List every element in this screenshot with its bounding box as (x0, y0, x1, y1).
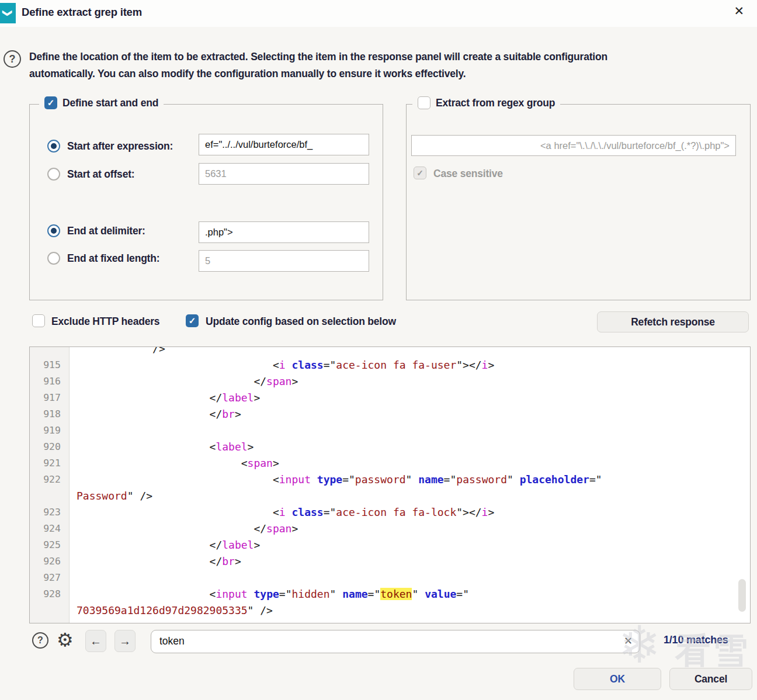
arrow-left-icon: ← (90, 635, 102, 648)
case-sensitive-checkbox[interactable]: ✓ (414, 167, 426, 179)
end-at-fixed-length-input[interactable] (199, 250, 369, 272)
code-line[interactable]: 925 </label> (30, 537, 750, 553)
window-title: Define extract grep item (22, 6, 142, 19)
update-config-label: Update config based on selection below (206, 316, 396, 328)
clear-search-icon[interactable]: ✕ (624, 635, 633, 647)
end-at-delimiter-radio[interactable] (47, 224, 60, 237)
ok-button-label: OK (610, 673, 625, 685)
code-line[interactable]: 924 </span> (30, 521, 750, 537)
title-bar: ❯ Define extract grep item ✕ (0, 0, 757, 27)
find-next-button[interactable]: → (114, 630, 136, 652)
code-line[interactable]: 928 <input type="hidden" name="token" va… (30, 586, 750, 602)
line-number: 927 (30, 570, 68, 586)
find-previous-button[interactable]: ← (85, 630, 106, 652)
line-number: 925 (30, 537, 68, 553)
line-number: 918 (30, 406, 68, 422)
extract-regex-label: Extract from regex group (436, 97, 555, 109)
response-code-panel[interactable]: />915 <i class="ace-icon fa fa-user"></i… (29, 346, 751, 623)
help-icon[interactable]: ? (4, 50, 21, 68)
line-number: 915 (30, 357, 68, 373)
code-line-text (68, 422, 77, 439)
code-line-text: Password" /> (68, 488, 152, 504)
line-number: 920 (30, 439, 68, 455)
code-line-text: /> (68, 346, 165, 357)
code-lines: />915 <i class="ace-icon fa fa-user"></i… (30, 346, 750, 619)
define-start-end-checkbox[interactable]: ✓ (44, 96, 57, 109)
line-number: 917 (30, 390, 68, 406)
code-line[interactable]: 926 </br> (30, 553, 750, 570)
line-number (30, 488, 68, 504)
code-line[interactable]: 918 </br> (30, 406, 750, 422)
extract-regex-checkbox[interactable] (418, 96, 430, 109)
search-settings-gear-icon[interactable]: ⚙ (57, 629, 74, 651)
ok-button[interactable]: OK (574, 668, 661, 690)
match-count-label: 1/10 matches (664, 634, 728, 646)
code-line[interactable]: 923 <i class="ace-icon fa fa-lock"></i> (30, 504, 750, 521)
code-line-text: <label> (68, 439, 254, 455)
description-line-2: automatically. You can also modify the c… (29, 65, 730, 82)
code-line-text: <input type="password" name="password" p… (68, 472, 602, 488)
code-line[interactable]: Password" /> (30, 488, 750, 504)
search-field-container: ✕ (151, 630, 640, 653)
search-help-icon[interactable]: ? (32, 632, 48, 649)
cancel-button[interactable]: Cancel (669, 668, 752, 690)
code-line-text: </br> (68, 553, 241, 570)
code-line[interactable]: 927 (30, 570, 750, 586)
line-number (30, 602, 68, 619)
code-line[interactable]: 919 (30, 422, 750, 439)
dialog-define-extract-grep-item: ❯ Define extract grep item ✕ ? Define th… (0, 0, 757, 700)
code-line-text: </span> (68, 521, 298, 537)
case-sensitive-label: Case sensitive (433, 168, 503, 180)
line-number: 922 (30, 472, 68, 488)
line-number: 923 (30, 504, 68, 521)
end-at-fixed-length-radio[interactable] (47, 252, 60, 265)
code-line[interactable]: 921 <span> (30, 455, 750, 472)
code-line-text: </span> (68, 373, 298, 390)
vertical-scrollbar-thumb[interactable] (738, 579, 746, 612)
code-line-text: </label> (68, 537, 260, 553)
regex-pattern-input[interactable] (411, 135, 736, 156)
code-line[interactable]: 917 </label> (30, 390, 750, 406)
dialog-description: Define the location of the item to be ex… (29, 48, 730, 82)
code-line-text: <input type="hidden" name="token" value=… (68, 586, 469, 602)
exclude-http-headers-label: Exclude HTTP headers (51, 316, 159, 328)
code-line[interactable]: 916 </span> (30, 373, 750, 390)
line-number: 919 (30, 422, 68, 439)
line-number: 921 (30, 455, 68, 472)
end-at-delimiter-label: End at delimiter: (67, 225, 145, 237)
description-line-1: Define the location of the item to be ex… (29, 48, 730, 65)
code-line[interactable]: 922 <input type="password" name="passwor… (30, 472, 750, 488)
search-input[interactable] (159, 630, 609, 652)
start-after-expression-radio[interactable] (47, 140, 60, 153)
code-line[interactable]: /> (30, 346, 750, 357)
code-line-text: 7039569a1d126d97d2982905335" /> (68, 602, 273, 619)
group-extract-regex: Extract from regex group ✓ Case sensitiv… (406, 104, 751, 300)
code-line-text: <span> (68, 455, 279, 472)
start-at-offset-input[interactable] (199, 163, 369, 185)
line-number: 926 (30, 553, 68, 570)
code-line-text: </label> (68, 390, 260, 406)
code-line[interactable]: 7039569a1d126d97d2982905335" /> (30, 602, 750, 619)
code-line-text: <i class="ace-icon fa fa-user"></i> (68, 357, 494, 373)
refetch-response-label: Refetch response (631, 316, 715, 328)
end-at-delimiter-input[interactable] (199, 221, 369, 243)
refetch-response-button[interactable]: Refetch response (597, 311, 749, 332)
start-after-expression-input[interactable] (199, 134, 369, 155)
line-number: 924 (30, 521, 68, 537)
line-number: 916 (30, 373, 68, 390)
app-icon: ❯ (0, 3, 16, 23)
line-number: 928 (30, 586, 68, 602)
define-start-end-label: Define start and end (62, 97, 158, 109)
code-line-text (68, 570, 77, 586)
group-define-start-end: ✓ Define start and end Start after expre… (29, 104, 383, 300)
exclude-http-headers-checkbox[interactable] (32, 314, 45, 327)
start-at-offset-radio[interactable] (47, 168, 60, 181)
code-line-text: </br> (68, 406, 241, 422)
code-line[interactable]: 920 <label> (30, 439, 750, 455)
start-after-expression-label: Start after expression: (67, 140, 173, 153)
code-line[interactable]: 915 <i class="ace-icon fa fa-user"></i> (30, 357, 750, 373)
close-icon[interactable]: ✕ (734, 4, 744, 18)
line-number (30, 346, 68, 357)
update-config-checkbox[interactable]: ✓ (186, 314, 199, 327)
end-at-fixed-length-label: End at fixed length: (67, 252, 159, 265)
